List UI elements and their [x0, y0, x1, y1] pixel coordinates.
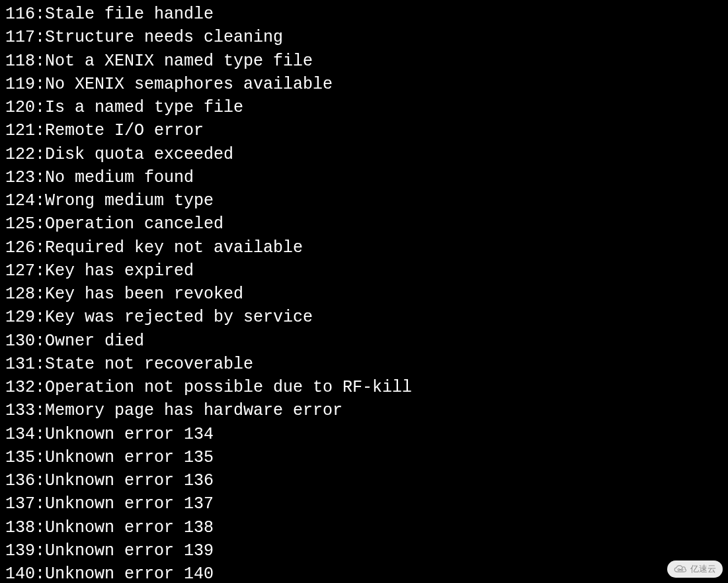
watermark-text: 亿速云: [690, 563, 716, 575]
cloud-icon: [674, 564, 687, 574]
error-line: 128:Key has been revoked: [5, 283, 723, 306]
svg-point-0: [678, 568, 680, 570]
error-line: 118:Not a XENIX named type file: [5, 50, 723, 73]
error-line: 125:Operation canceled: [5, 212, 723, 236]
watermark: 亿速云: [667, 561, 723, 578]
error-line: 122:Disk quota exceeded: [5, 143, 723, 166]
svg-point-1: [681, 568, 683, 570]
error-line: 119:No XENIX semaphores available: [5, 73, 723, 96]
error-line: 121:Remote I/O error: [5, 119, 723, 142]
error-line: 133:Memory page has hardware error: [5, 399, 723, 422]
error-line: 134:Unknown error 134: [5, 423, 723, 446]
terminal-output: 116:Stale file handle117:Structure needs…: [5, 3, 723, 583]
error-line: 127:Key has expired: [5, 259, 723, 283]
error-line: 132:Operation not possible due to RF-kil…: [5, 376, 723, 399]
error-line: 139:Unknown error 139: [5, 539, 723, 562]
error-line: 138:Unknown error 138: [5, 516, 723, 539]
error-line: 126:Required key not available: [5, 236, 723, 259]
error-line: 123:No medium found: [5, 166, 723, 189]
error-line: 130:Owner died: [5, 330, 723, 353]
error-line: 135:Unknown error 135: [5, 446, 723, 469]
error-line: 136:Unknown error 136: [5, 469, 723, 492]
error-line: 124:Wrong medium type: [5, 189, 723, 212]
error-line: 131:State not recoverable: [5, 353, 723, 376]
error-line: 140:Unknown error 140: [5, 562, 723, 583]
error-line: 137:Unknown error 137: [5, 492, 723, 516]
error-line: 116:Stale file handle: [5, 3, 723, 26]
error-line: 129:Key was rejected by service: [5, 306, 723, 329]
error-line: 117:Structure needs cleaning: [5, 26, 723, 49]
error-line: 120:Is a named type file: [5, 96, 723, 119]
